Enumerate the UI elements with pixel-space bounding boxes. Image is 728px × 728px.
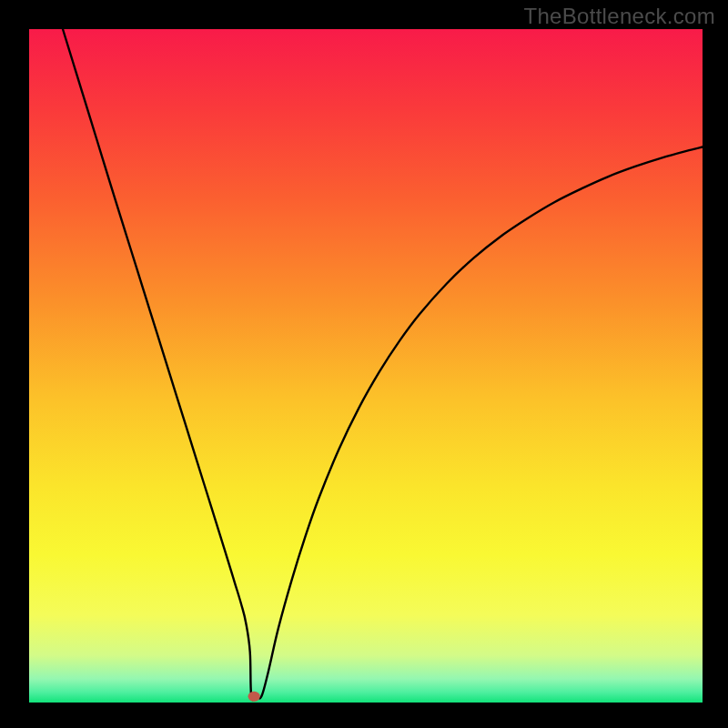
plot-background bbox=[29, 29, 703, 703]
bottleneck-chart bbox=[0, 0, 728, 728]
watermark-text: TheBottleneck.com bbox=[523, 4, 715, 29]
chart-frame: TheBottleneck.com bbox=[0, 0, 728, 728]
bottleneck-marker bbox=[248, 692, 260, 702]
